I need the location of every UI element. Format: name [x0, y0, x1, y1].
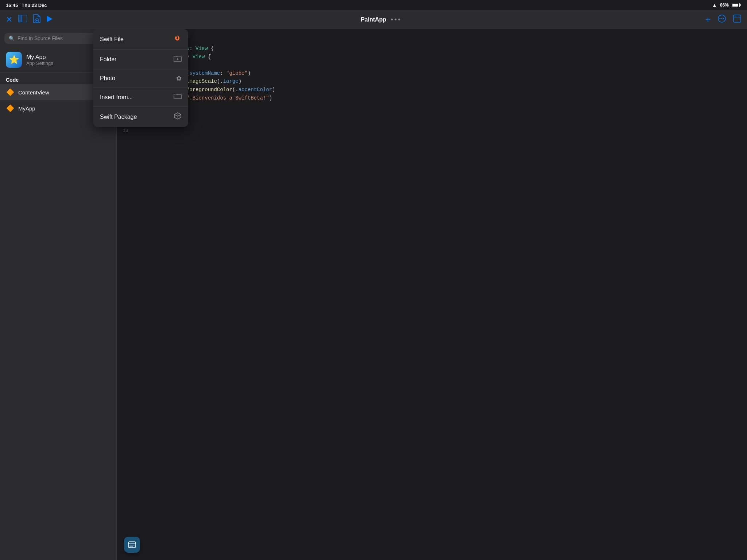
dropdown-overlay[interactable]: Swift File Folder Photo ✿ Insert from.: [0, 29, 374, 280]
close-button[interactable]: ✕: [6, 15, 12, 24]
folder-icon: [174, 93, 182, 101]
menu-item-swift-file[interactable]: Swift File: [93, 29, 188, 50]
svg-rect-0: [18, 15, 22, 22]
menu-item-insert-from[interactable]: Insert from...: [93, 88, 188, 107]
app-title: PaintApp: [361, 16, 374, 23]
dropdown-menu: Swift File Folder Photo ✿ Insert from.: [93, 29, 188, 127]
sidebar-toggle-button[interactable]: [18, 15, 27, 24]
status-time: 16:45: [6, 3, 18, 8]
cube-icon: [174, 112, 182, 122]
menu-item-swift-package[interactable]: Swift Package: [93, 107, 188, 127]
run-button[interactable]: [47, 16, 53, 24]
status-bar: 16:45 Thu 23 Dec ▲ 86%: [0, 0, 374, 10]
folder-plus-icon: [174, 55, 182, 64]
menu-item-label-swift-file: Swift File: [100, 36, 124, 43]
menu-item-label-folder: Folder: [100, 56, 116, 63]
toolbar: ✕ PaintApp +: [0, 10, 374, 29]
swift-file-icon: [174, 34, 182, 44]
menu-item-label-photo: Photo: [100, 75, 115, 82]
menu-item-label-swift-package: Swift Package: [100, 114, 137, 120]
flower-icon: ✿: [176, 74, 182, 82]
menu-item-folder[interactable]: Folder: [93, 50, 188, 69]
menu-item-photo[interactable]: Photo ✿: [93, 69, 188, 88]
status-date: Thu 23 Dec: [22, 3, 47, 8]
new-file-button[interactable]: [33, 14, 41, 26]
menu-item-label-insert-from: Insert from...: [100, 94, 133, 101]
